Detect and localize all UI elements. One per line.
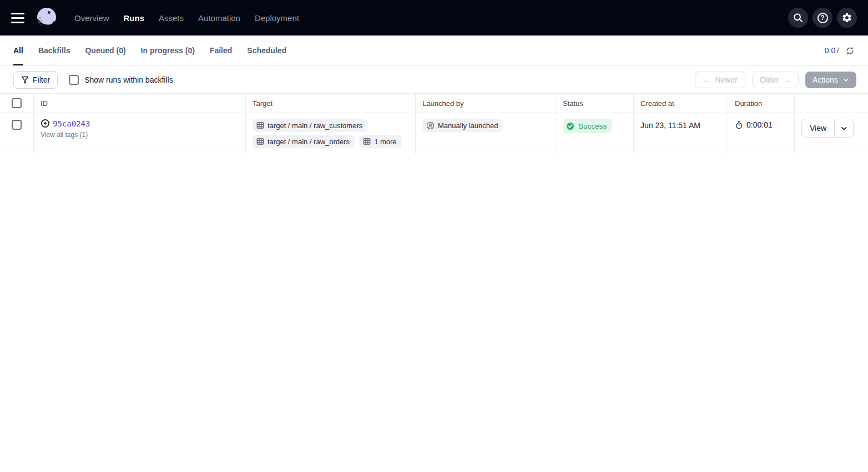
show-backfills-toggle[interactable]: Show runs within backfills bbox=[69, 75, 173, 85]
settings-button[interactable] bbox=[837, 8, 857, 28]
older-button[interactable]: Older → bbox=[752, 72, 799, 88]
top-navbar: Overview Runs Assets Automation Deployme… bbox=[0, 0, 868, 35]
menu-icon[interactable] bbox=[11, 10, 27, 26]
target-chip[interactable]: target / main / raw_orders bbox=[253, 135, 355, 148]
column-header-launched-by: Launched by bbox=[415, 94, 556, 113]
chevron-down-icon bbox=[840, 125, 847, 132]
runs-tabs-bar: All Backfills Queued (0) In progress (0)… bbox=[0, 35, 868, 66]
tab-queued[interactable]: Queued (0) bbox=[85, 35, 125, 65]
view-dropdown-button[interactable] bbox=[834, 119, 853, 137]
runs-table: ID Target Launched by Status Created at … bbox=[0, 93, 868, 149]
filter-button[interactable]: Filter bbox=[13, 71, 58, 89]
newer-button-label: Newer bbox=[715, 75, 737, 84]
table-header-row: ID Target Launched by Status Created at … bbox=[0, 94, 868, 113]
runs-tabs: All Backfills Queued (0) In progress (0)… bbox=[13, 35, 286, 65]
check-circle-icon bbox=[566, 122, 574, 130]
runs-toolbar: Filter Show runs within backfills ← Newe… bbox=[0, 66, 868, 93]
run-id-link[interactable]: 95ca0243 bbox=[53, 119, 90, 128]
actions-button-label: Actions bbox=[813, 75, 838, 84]
run-status-dot-icon bbox=[41, 119, 50, 128]
user-icon bbox=[426, 121, 435, 130]
search-icon bbox=[793, 12, 804, 23]
nav-item-assets[interactable]: Assets bbox=[159, 13, 184, 23]
show-backfills-checkbox[interactable] bbox=[69, 75, 79, 85]
select-all-checkbox[interactable] bbox=[12, 98, 22, 108]
status-label: Success bbox=[578, 122, 607, 130]
launched-by-cell: Manually launched bbox=[415, 113, 556, 154]
nav-item-automation[interactable]: Automation bbox=[198, 13, 240, 23]
arrow-left-icon: ← bbox=[703, 75, 710, 84]
tab-scheduled[interactable]: Scheduled bbox=[247, 35, 286, 65]
help-icon: ? bbox=[817, 13, 828, 23]
column-header-status: Status bbox=[556, 94, 633, 113]
created-at-cell: Jun 23, 11:51 AM bbox=[633, 113, 728, 154]
row-actions-cell: View bbox=[794, 113, 868, 154]
show-backfills-label: Show runs within backfills bbox=[84, 75, 173, 84]
octopus-logo-icon bbox=[35, 6, 58, 29]
arrow-right-icon: → bbox=[783, 75, 791, 84]
target-chip-label: target / main / raw_customers bbox=[268, 121, 362, 130]
navbar-actions: ? bbox=[788, 8, 857, 28]
status-badge[interactable]: Success bbox=[563, 119, 612, 133]
tab-in-progress[interactable]: In progress (0) bbox=[141, 35, 195, 65]
refresh-icon bbox=[845, 46, 855, 55]
duration-cell: 0:00:01 bbox=[728, 113, 794, 154]
target-cell: target / main / raw_customers target / m… bbox=[245, 113, 415, 154]
asset-table-icon bbox=[256, 121, 264, 129]
target-more-label: 1 more bbox=[374, 138, 396, 146]
stopwatch-icon bbox=[735, 121, 743, 129]
tab-backfills[interactable]: Backfills bbox=[38, 35, 70, 65]
help-button[interactable]: ? bbox=[813, 8, 832, 28]
status-cell: Success bbox=[556, 113, 633, 154]
target-chip-label: target / main / raw_orders bbox=[268, 138, 350, 146]
column-header-target: Target bbox=[245, 94, 415, 113]
tab-all[interactable]: All bbox=[13, 35, 23, 65]
refresh-button[interactable] bbox=[845, 46, 855, 55]
primary-nav: Overview Runs Assets Automation Deployme… bbox=[74, 13, 299, 23]
search-button[interactable] bbox=[788, 8, 808, 28]
duration-value: 0:00:01 bbox=[746, 120, 773, 129]
newer-button[interactable]: ← Newer bbox=[695, 72, 745, 88]
asset-table-icon bbox=[256, 138, 264, 145]
asset-table-icon bbox=[363, 138, 371, 145]
filter-button-label: Filter bbox=[33, 75, 50, 84]
nav-item-runs[interactable]: Runs bbox=[124, 13, 145, 23]
older-button-label: Older bbox=[760, 75, 779, 84]
tab-failed[interactable]: Failed bbox=[210, 35, 232, 65]
view-split-button: View bbox=[801, 119, 854, 138]
actions-button[interactable]: Actions bbox=[805, 72, 856, 88]
target-more-chip[interactable]: 1 more bbox=[359, 135, 401, 148]
filter-funnel-icon bbox=[21, 76, 29, 84]
gear-icon bbox=[841, 12, 852, 23]
column-header-duration: Duration bbox=[728, 94, 794, 113]
column-header-created-at: Created at bbox=[633, 94, 728, 113]
nav-item-deployment[interactable]: Deployment bbox=[255, 13, 299, 23]
column-header-id: ID bbox=[33, 94, 245, 113]
view-all-tags-link[interactable]: View all tags (1) bbox=[41, 131, 239, 139]
nav-item-overview[interactable]: Overview bbox=[74, 13, 109, 23]
refresh-countdown: 0:07 bbox=[825, 46, 840, 55]
launched-by-label: Manually launched bbox=[438, 121, 498, 130]
launched-by-chip[interactable]: Manually launched bbox=[422, 119, 503, 132]
run-id-cell: 95ca0243 View all tags (1) bbox=[33, 113, 245, 154]
chevron-down-icon bbox=[842, 77, 849, 83]
column-header-actions bbox=[794, 94, 868, 113]
view-button[interactable]: View bbox=[802, 119, 834, 137]
table-row: 95ca0243 View all tags (1) target / main… bbox=[0, 113, 868, 149]
row-checkbox[interactable] bbox=[12, 120, 22, 130]
created-at-value: Jun 23, 11:51 AM bbox=[640, 119, 721, 130]
dagster-logo[interactable] bbox=[34, 6, 59, 30]
target-chip[interactable]: target / main / raw_customers bbox=[253, 119, 367, 132]
